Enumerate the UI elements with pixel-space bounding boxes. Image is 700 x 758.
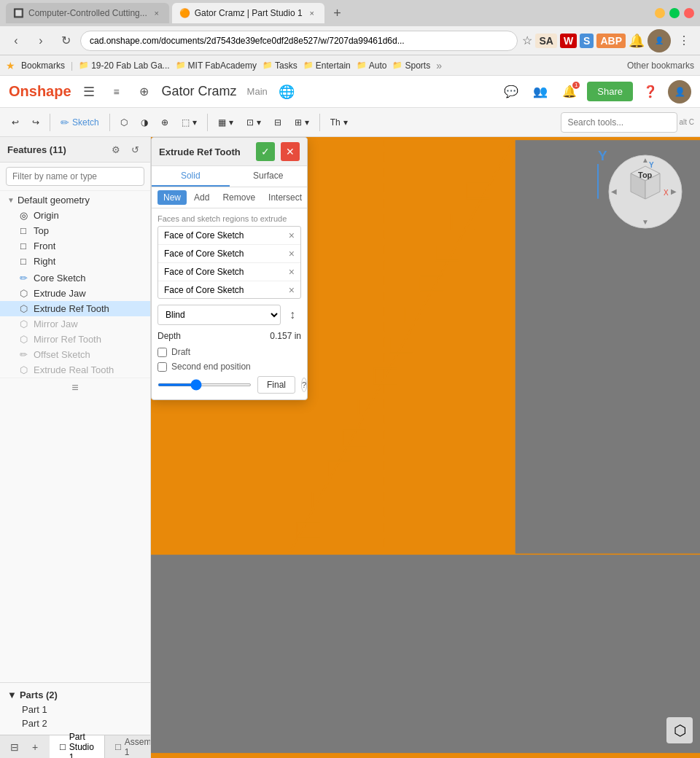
chat-icon[interactable]: 💬: [499, 80, 523, 103]
default-geometry-header[interactable]: ▼ Default geometry: [0, 192, 150, 208]
tab-part-studio[interactable]: □ Part Studio 1: [50, 735, 105, 758]
face-item-2-remove[interactable]: ×: [289, 266, 295, 278]
toolbar-btn-3[interactable]: ◑: [135, 114, 154, 130]
dialog-subtab-intersect[interactable]: Intersect: [262, 190, 308, 205]
extensions-icon[interactable]: SA: [535, 34, 556, 48]
feature-top[interactable]: □ Top: [0, 223, 150, 238]
feature-mirror-jaw[interactable]: ⬡ Mirror Jaw: [0, 316, 150, 332]
feature-mirror-ref-tooth[interactable]: ⬡ Mirror Ref Tooth: [0, 332, 150, 347]
address-input[interactable]: [80, 31, 518, 51]
face-item-3-remove[interactable]: ×: [289, 284, 295, 296]
view-cube[interactable]: ▲ ▼ ◀ ▶ Top Y X: [605, 152, 685, 232]
part-1[interactable]: Part 1: [7, 703, 143, 716]
close-button[interactable]: [684, 8, 694, 18]
dialog-subtab-new[interactable]: New: [158, 190, 187, 205]
toolbar-btn-6[interactable]: ▦ ▾: [212, 114, 239, 130]
bookmarks-overflow[interactable]: »: [436, 60, 442, 71]
feature-origin[interactable]: ◎ Origin: [0, 208, 150, 223]
feature-core-sketch[interactable]: ✏ Core Sketch: [0, 270, 150, 286]
bookmark-sports[interactable]: 📁 Sports: [392, 60, 430, 71]
sketch-button[interactable]: ✏ Sketch: [55, 114, 105, 131]
toolbar-btn-9[interactable]: ⊞ ▾: [289, 114, 315, 130]
bookmark-fablab[interactable]: 📁 19-20 Fab Lab Ga...: [79, 60, 169, 71]
redo-button[interactable]: ↪: [26, 114, 45, 130]
tab-1[interactable]: 🔲 Computer-Controlled Cutting... ×: [6, 3, 169, 23]
tab-2[interactable]: 🟠 Gator Cramz | Part Studio 1 ×: [172, 3, 324, 23]
help-button[interactable]: ❓: [639, 80, 662, 103]
bookmark-fabacademy[interactable]: 📁 MIT FabAcademy: [176, 60, 257, 71]
extension-2-icon[interactable]: W: [560, 34, 577, 48]
undo-button[interactable]: ↩: [6, 114, 25, 130]
feature-offset-sketch[interactable]: ✏ Offset Sketch: [0, 347, 150, 362]
user-avatar[interactable]: 👤: [648, 29, 671, 52]
dialog-tab-solid[interactable]: Solid: [152, 166, 230, 187]
face-item-1-remove[interactable]: ×: [289, 248, 295, 259]
user-avatar-app[interactable]: 👤: [668, 80, 691, 103]
notifications-icon[interactable]: 🔔 1: [558, 80, 581, 103]
bookmark-tasks[interactable]: 📁 Tasks: [262, 60, 298, 71]
new-tab-button[interactable]: +: [327, 3, 348, 23]
toolbar-btn-5[interactable]: ⬚ ▾: [176, 114, 203, 130]
draft-checkbox[interactable]: [158, 348, 167, 357]
extension-5-icon[interactable]: 🔔: [629, 33, 645, 49]
minimize-button[interactable]: [655, 8, 665, 18]
depth-slider[interactable]: [158, 383, 252, 386]
reload-button[interactable]: ↻: [55, 31, 76, 51]
forward-button[interactable]: ›: [31, 31, 51, 51]
filter-input[interactable]: [6, 167, 144, 186]
dialog-ok-button[interactable]: ✓: [256, 142, 275, 161]
maximize-button[interactable]: [669, 8, 680, 18]
toolbar-btn-7[interactable]: ⊡ ▾: [241, 114, 267, 130]
toolbar-btn-8[interactable]: ⊟: [268, 114, 287, 130]
final-button[interactable]: Final: [257, 376, 295, 394]
toolbar-btn-2[interactable]: ⬡: [114, 114, 133, 130]
bottom-icon-1[interactable]: ⊟: [6, 738, 23, 756]
branch-label: Main: [247, 86, 268, 97]
feature-right[interactable]: □ Right: [0, 254, 150, 269]
toolbar-btn-10[interactable]: Th ▾: [324, 114, 354, 130]
dialog-cancel-button[interactable]: ✕: [281, 142, 300, 161]
share-button[interactable]: Share: [587, 82, 633, 101]
3d-view-icon[interactable]: ⬡: [666, 717, 693, 743]
draft-row: Draft: [158, 347, 301, 357]
tab-1-close[interactable]: ×: [152, 8, 162, 18]
search-tools-input[interactable]: [561, 112, 677, 133]
features-icon-history[interactable]: ↺: [127, 141, 143, 157]
blind-select[interactable]: Blind: [158, 305, 281, 325]
feature-extrude-jaw[interactable]: ⬡ Extrude Jaw: [0, 286, 150, 301]
users-icon[interactable]: 👥: [529, 80, 552, 103]
back-button[interactable]: ‹: [6, 31, 26, 51]
other-bookmarks[interactable]: Other bookmarks: [627, 60, 694, 71]
menu-plus-button[interactable]: ⊕: [134, 82, 155, 102]
extension-3-icon[interactable]: S: [580, 34, 594, 48]
dialog-subtab-add[interactable]: Add: [188, 190, 215, 205]
canvas-area[interactable]: Y X ▲ ▼ ◀: [151, 137, 700, 758]
feature-extrude-real-tooth[interactable]: ⬡ Extrude Real Tooth: [0, 362, 150, 378]
tab-2-close[interactable]: ×: [307, 8, 317, 18]
face-item-0-remove[interactable]: ×: [289, 230, 295, 241]
dialog-subtab-remove[interactable]: Remove: [217, 190, 261, 205]
menu-list-button[interactable]: ≡: [106, 82, 127, 102]
toolbar: ↩ ↪ ✏ Sketch ⬡ ◑ ⊕ ⬚ ▾ ▦ ▾ ⊡ ▾ ⊟ ⊞ ▾ Th …: [0, 108, 700, 137]
feature-extrude-ref-tooth[interactable]: ⬡ Extrude Ref Tooth: [0, 301, 150, 316]
menu-hamburger-button[interactable]: ☰: [79, 82, 99, 102]
bookmark-star-icon[interactable]: ☆: [522, 34, 532, 47]
part-2[interactable]: Part 2: [7, 716, 143, 730]
globe-icon[interactable]: 🌐: [275, 80, 298, 103]
bottom-icon-2[interactable]: +: [26, 738, 44, 756]
bookmark-bookmarks[interactable]: Bookmarks: [21, 60, 65, 71]
second-end-checkbox[interactable]: [158, 362, 167, 372]
help-icon-button[interactable]: ?: [301, 378, 307, 392]
blind-arrow-button[interactable]: ↕: [284, 306, 301, 324]
menu-button[interactable]: ⋮: [674, 31, 694, 51]
dialog-tab-surface[interactable]: Surface: [230, 166, 308, 187]
extension-4-icon[interactable]: ABP: [596, 34, 626, 48]
bookmark-entertain[interactable]: 📁 Entertain: [303, 60, 351, 71]
features-icon-filter[interactable]: ⚙: [108, 141, 124, 157]
bookmark-auto[interactable]: 📁 Auto: [357, 60, 387, 71]
parts-header[interactable]: ▼ Parts (2): [7, 687, 143, 703]
scroll-down-button[interactable]: ≡: [0, 378, 150, 397]
feature-front[interactable]: □ Front: [0, 238, 150, 254]
toolbar-btn-4[interactable]: ⊕: [155, 114, 174, 130]
tab-assembly[interactable]: □ Assembly 1: [105, 735, 151, 758]
